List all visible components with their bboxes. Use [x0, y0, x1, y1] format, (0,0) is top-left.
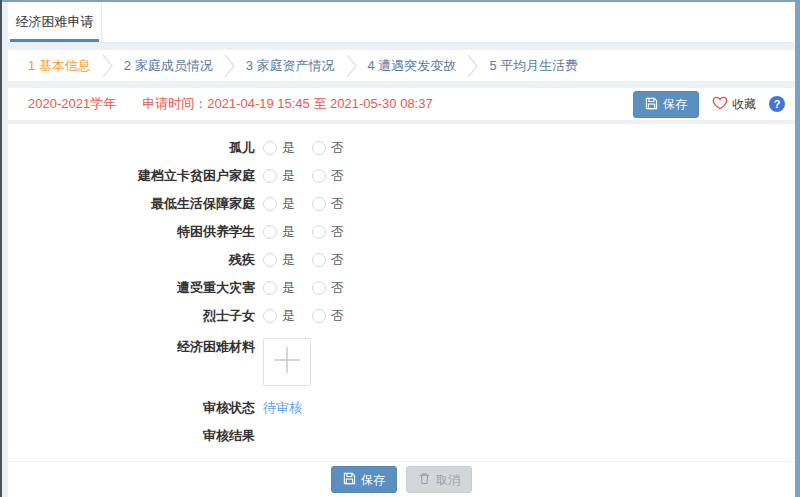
save-button-label: 保存	[663, 98, 687, 110]
help-icon[interactable]: ?	[769, 96, 785, 112]
form-row-review-status: 审核状态 待审核	[8, 394, 795, 422]
radio-no[interactable]	[312, 225, 326, 239]
chevron-right-icon	[346, 54, 357, 78]
favorite-label: 收藏	[732, 96, 756, 113]
cancel-button-label: 取消	[436, 474, 460, 486]
chevron-right-icon	[224, 54, 235, 78]
form-row-label: 最低生活保障家庭	[8, 195, 255, 213]
radio-yes-label[interactable]: 是	[282, 139, 295, 157]
active-tab-underline	[10, 39, 99, 42]
save-button-bottom[interactable]: 保存	[331, 466, 397, 493]
form-row-disability: 残疾 是 否	[8, 246, 795, 274]
academic-year: 2020-2021学年	[28, 95, 116, 113]
application-time-range: 申请时间：2021-04-19 15:45 至 2021-05-30 08:37	[142, 95, 433, 113]
radio-yes[interactable]	[263, 309, 277, 323]
form-row-difficulty-materials: 经济困难材料	[8, 338, 795, 386]
favorite-button[interactable]: 收藏	[712, 96, 756, 113]
radio-yes[interactable]	[263, 225, 277, 239]
form-row-review-result: 审核结果	[8, 422, 795, 450]
form-row-label: 审核状态	[8, 399, 255, 417]
radio-no[interactable]	[312, 197, 326, 211]
radio-no-label[interactable]: 否	[331, 307, 344, 325]
radio-yes-label[interactable]: 是	[282, 167, 295, 185]
radio-no[interactable]	[312, 281, 326, 295]
radio-no[interactable]	[312, 253, 326, 267]
step-basic-info[interactable]: 1 基本信息	[28, 57, 91, 75]
radio-yes-label[interactable]: 是	[282, 195, 295, 213]
form-row-label: 经济困难材料	[8, 338, 255, 356]
radio-no[interactable]	[312, 141, 326, 155]
radio-no-label[interactable]: 否	[331, 139, 344, 157]
save-button[interactable]: 保存	[633, 91, 699, 118]
radio-group: 是 否	[263, 223, 344, 241]
form-row-major-disaster: 遭受重大灾害 是 否	[8, 274, 795, 302]
radio-yes[interactable]	[263, 197, 277, 211]
tab-economic-difficulty-application[interactable]: 经济困难申请	[8, 2, 102, 42]
review-status-value: 待审核	[263, 399, 302, 417]
form-row-label: 特困供养学生	[8, 223, 255, 241]
radio-no-label[interactable]: 否	[331, 251, 344, 269]
form-row-minimum-living-allowance: 最低生活保障家庭 是 否	[8, 190, 795, 218]
step-avg-monthly-expense[interactable]: 5 平均月生活费	[489, 57, 578, 75]
radio-group: 是 否	[263, 307, 344, 325]
radio-yes-label[interactable]: 是	[282, 251, 295, 269]
radio-yes[interactable]	[263, 281, 277, 295]
radio-group: 是 否	[263, 279, 344, 297]
radio-no-label[interactable]: 否	[331, 195, 344, 213]
chevron-right-icon	[467, 54, 478, 78]
plus-icon	[272, 345, 302, 379]
radio-yes[interactable]	[263, 141, 277, 155]
radio-yes[interactable]	[263, 169, 277, 183]
tab-bar: 经济困难申请	[8, 2, 795, 43]
header-actions: 保存 收藏 ?	[633, 91, 785, 118]
form-panel: 孤儿 是 否 建档立卡贫困户家庭 是 否 最低生活保障家庭 是 否 特困供养学生…	[8, 124, 795, 497]
radio-no[interactable]	[312, 309, 326, 323]
radio-yes-label[interactable]: 是	[282, 279, 295, 297]
form-row-label: 遭受重大灾害	[8, 279, 255, 297]
tab-label: 经济困难申请	[16, 13, 94, 31]
form-row-label: 残疾	[8, 251, 255, 269]
radio-group: 是 否	[263, 167, 344, 185]
window-top-edge	[0, 0, 800, 2]
step-sudden-misfortune[interactable]: 4 遭遇突发变故	[368, 57, 457, 75]
radio-no[interactable]	[312, 169, 326, 183]
cancel-button[interactable]: 取消	[406, 466, 472, 493]
form-row-registered-poor-household: 建档立卡贫困户家庭 是 否	[8, 162, 795, 190]
upload-dropzone[interactable]	[263, 338, 311, 386]
radio-group: 是 否	[263, 251, 344, 269]
trash-icon	[418, 472, 431, 487]
heart-icon	[712, 96, 728, 113]
radio-no-label[interactable]: 否	[331, 223, 344, 241]
radio-yes-label[interactable]: 是	[282, 307, 295, 325]
footer-action-bar: 保存 取消	[8, 461, 795, 497]
radio-yes-label[interactable]: 是	[282, 223, 295, 241]
step-family-assets[interactable]: 3 家庭资产情况	[246, 57, 335, 75]
save-icon	[343, 472, 356, 487]
radio-no-label[interactable]: 否	[331, 279, 344, 297]
window-right-edge	[795, 0, 800, 497]
form-row-orphan: 孤儿 是 否	[8, 134, 795, 162]
chevron-right-icon	[102, 54, 113, 78]
step-family-members[interactable]: 2 家庭成员情况	[124, 57, 213, 75]
step-nav: 1 基本信息 2 家庭成员情况 3 家庭资产情况 4 遭遇突发变故 5 平均月生…	[8, 50, 795, 81]
save-icon	[645, 97, 658, 112]
form-row-label: 孤儿	[8, 139, 255, 157]
window-left-edge	[0, 0, 2, 497]
radio-group: 是 否	[263, 139, 344, 157]
form-row-martyr-children: 烈士子女 是 否	[8, 302, 795, 330]
form-row-extreme-poverty-student: 特困供养学生 是 否	[8, 218, 795, 246]
form-row-label: 烈士子女	[8, 307, 255, 325]
save-button-label: 保存	[361, 474, 385, 486]
basic-info-form: 孤儿 是 否 建档立卡贫困户家庭 是 否 最低生活保障家庭 是 否 特困供养学生…	[8, 124, 795, 450]
header-bar: 2020-2021学年 申请时间：2021-04-19 15:45 至 2021…	[8, 88, 795, 120]
radio-group: 是 否	[263, 195, 344, 213]
radio-yes[interactable]	[263, 253, 277, 267]
radio-no-label[interactable]: 否	[331, 167, 344, 185]
form-row-label: 建档立卡贫困户家庭	[8, 167, 255, 185]
form-row-label: 审核结果	[8, 427, 255, 445]
